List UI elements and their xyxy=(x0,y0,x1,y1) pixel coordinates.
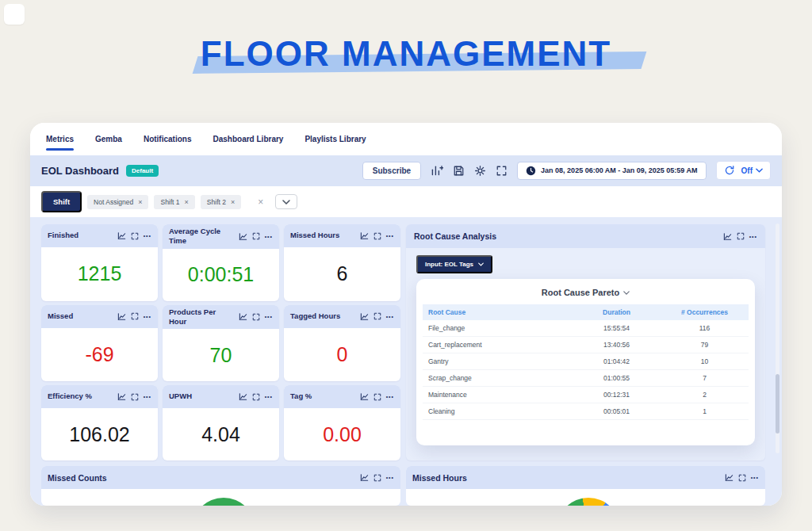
expand-icon[interactable] xyxy=(131,312,139,320)
clock-icon xyxy=(526,166,536,176)
more-options-icon[interactable]: ••• xyxy=(144,314,151,319)
date-range-picker[interactable]: Jan 08, 2025 06:00 AM - Jan 09, 2025 05:… xyxy=(517,162,706,180)
add-chart-icon[interactable] xyxy=(431,164,443,177)
metric-card-missed: Missed ••• -69 xyxy=(41,305,158,382)
table-row: Maintenance 00:12:31 2 xyxy=(423,387,749,403)
metric-card-finished: Finished ••• 1215 xyxy=(41,224,158,301)
more-options-icon[interactable]: ••• xyxy=(265,234,273,239)
tab-bar: Metrics Gemba Notifications Dashboard Li… xyxy=(30,123,782,155)
mini-chart-icon[interactable] xyxy=(117,312,126,321)
mini-chart-icon[interactable] xyxy=(239,392,247,401)
mini-chart-icon[interactable] xyxy=(725,473,733,482)
mini-chart-icon[interactable] xyxy=(360,231,369,240)
expand-icon[interactable] xyxy=(738,474,746,482)
metric-body: 4.04 xyxy=(163,408,279,460)
panel-title: Root Cause Analysis xyxy=(414,231,496,241)
panel-title: Missed Hours xyxy=(412,473,467,483)
vertical-scrollbar[interactable] xyxy=(776,223,779,453)
refresh-interval-dropdown[interactable]: Off xyxy=(716,161,771,180)
remove-tag-icon[interactable]: × xyxy=(138,198,142,206)
filter-tag-not-assigned[interactable]: Not Assigned × xyxy=(87,195,148,209)
more-options-icon[interactable]: ••• xyxy=(751,475,759,480)
cell-root-cause: Gantry xyxy=(423,353,573,370)
mini-chart-icon[interactable] xyxy=(360,392,369,401)
filter-tag-label: Not Assigned xyxy=(94,198,133,206)
filter-bar: Shift Not Assigned × Shift 1 × Shift 2 ×… xyxy=(30,186,782,217)
expand-icon[interactable] xyxy=(373,312,381,320)
expand-icon[interactable] xyxy=(252,393,260,401)
expand-icon[interactable] xyxy=(373,232,381,240)
table-row: File_change 15:55:54 116 xyxy=(423,320,749,337)
mini-chart-icon[interactable] xyxy=(239,312,247,321)
cell-root-cause: Scrap_change xyxy=(423,370,573,387)
metric-card-tag-percent: Tag % ••• 0.00 xyxy=(284,385,400,460)
filter-tag-label: Shift 2 xyxy=(207,198,226,206)
tab-gemba[interactable]: Gemba xyxy=(95,123,122,155)
metric-card-header: Average Cycle Time ••• xyxy=(163,224,279,249)
expand-icon[interactable] xyxy=(373,474,381,482)
expand-icon[interactable] xyxy=(252,313,260,321)
refresh-icon[interactable] xyxy=(724,165,735,176)
scrollbar-thumb[interactable] xyxy=(776,374,779,434)
pareto-chart-title[interactable]: Root Cause Pareto xyxy=(416,288,755,297)
tab-playlists-library[interactable]: Playlists Library xyxy=(304,123,366,155)
root-cause-table: Root Cause Duration # Occurrences File_c… xyxy=(423,304,749,420)
input-source-dropdown[interactable]: Input: EOL Tags xyxy=(416,255,492,273)
more-options-icon[interactable]: ••• xyxy=(386,233,394,239)
metric-value: 0 xyxy=(337,343,348,366)
filter-tag-label: Shift 1 xyxy=(160,198,179,206)
metric-body: 0:00:51 xyxy=(163,249,279,301)
filter-tag-shift-2[interactable]: Shift 2 × xyxy=(201,195,241,209)
chevron-down-icon xyxy=(478,262,484,266)
tab-notifications[interactable]: Notifications xyxy=(144,123,192,155)
mini-chart-icon[interactable] xyxy=(360,312,369,321)
tab-dashboard-library[interactable]: Dashboard Library xyxy=(213,123,283,155)
metric-value: 1215 xyxy=(78,262,122,285)
more-options-icon[interactable]: ••• xyxy=(265,314,273,319)
mini-chart-icon[interactable] xyxy=(239,232,247,241)
expand-icon[interactable] xyxy=(131,393,139,401)
remove-tag-icon[interactable]: × xyxy=(185,198,189,206)
mini-chart-icon[interactable] xyxy=(723,232,732,241)
mini-chart-icon[interactable] xyxy=(117,231,126,240)
missed-hours-panel: Missed Hours ••• xyxy=(406,466,765,506)
more-options-icon[interactable]: ••• xyxy=(749,234,757,239)
fullscreen-icon[interactable] xyxy=(496,165,508,177)
tab-metrics[interactable]: Metrics xyxy=(46,123,74,155)
metric-card-upwh: UPWH ••• 4.04 xyxy=(163,385,279,460)
page-title: FLOOR MANAGEMENT xyxy=(201,36,611,71)
filter-tag-shift-1[interactable]: Shift 1 × xyxy=(154,195,194,209)
metric-body: 1215 xyxy=(41,247,158,301)
cell-duration: 01:00:55 xyxy=(573,370,661,387)
more-options-icon[interactable]: ••• xyxy=(386,475,394,480)
metric-card-efficiency: Efficiency % ••• 106.02 xyxy=(41,385,158,460)
expand-icon[interactable] xyxy=(737,232,745,240)
save-icon[interactable] xyxy=(453,165,465,177)
more-options-icon[interactable]: ••• xyxy=(386,314,394,319)
metric-title: Products Per Hour xyxy=(169,308,226,327)
cell-occurrences: 10 xyxy=(661,353,749,370)
metric-card-header: Missed Hours ••• xyxy=(284,224,400,247)
gear-icon[interactable] xyxy=(474,165,486,177)
expand-icon[interactable] xyxy=(131,232,139,240)
expand-icon[interactable] xyxy=(373,393,381,401)
more-options-icon[interactable]: ••• xyxy=(144,394,151,399)
pareto-chart-card: Root Cause Pareto Root Cause Duration # … xyxy=(416,279,755,445)
table-header-row: Root Cause Duration # Occurrences xyxy=(423,304,749,320)
more-options-icon[interactable]: ••• xyxy=(144,233,151,239)
mini-chart-icon[interactable] xyxy=(360,473,369,482)
more-options-icon[interactable]: ••• xyxy=(265,394,273,399)
metric-body: 70 xyxy=(163,329,279,381)
shift-filter-button[interactable]: Shift xyxy=(41,191,82,212)
filter-dropdown-toggle[interactable] xyxy=(275,194,297,209)
metric-body: 0 xyxy=(284,328,400,382)
remove-tag-icon[interactable]: × xyxy=(231,198,235,206)
metric-value: 70 xyxy=(210,344,232,367)
mini-chart-icon[interactable] xyxy=(117,392,126,401)
subscribe-button[interactable]: Subscribe xyxy=(362,162,421,180)
expand-icon[interactable] xyxy=(252,232,260,240)
cell-duration: 01:04:42 xyxy=(573,353,661,370)
root-cause-analysis-panel: Root Cause Analysis ••• Input: EOL Tags xyxy=(406,224,765,460)
clear-filters-icon[interactable]: × xyxy=(258,197,263,208)
more-options-icon[interactable]: ••• xyxy=(386,394,394,399)
